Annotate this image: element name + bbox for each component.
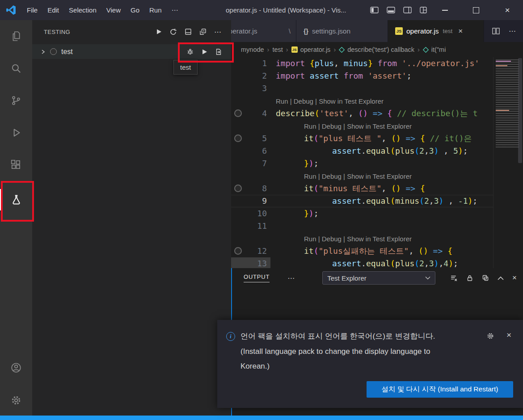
- line-number: 5: [239, 132, 267, 145]
- close-window-button[interactable]: ×: [492, 0, 523, 20]
- codelens-actions[interactable]: Run | Debug | Show in Test Explorer: [276, 97, 384, 105]
- menu-go[interactable]: Go: [126, 0, 144, 20]
- test-item-label: test: [61, 48, 73, 56]
- editor-scrollbar[interactable]: [518, 58, 522, 163]
- minimize-button[interactable]: [429, 0, 460, 20]
- menu-selection[interactable]: Selection: [64, 0, 101, 20]
- line-number: 13: [239, 257, 267, 268]
- code-line: 2import assert from 'assert';: [231, 70, 523, 82]
- run-all-tests-icon[interactable]: [156, 29, 162, 35]
- js-file-icon: JS: [291, 46, 298, 53]
- close-tab-icon[interactable]: ×: [458, 27, 463, 36]
- refresh-tests-icon[interactable]: [169, 28, 177, 36]
- codelens-actions[interactable]: Run | Debug | Show in Test Explorer: [304, 235, 412, 243]
- close-panel-icon[interactable]: ×: [512, 273, 517, 282]
- menu-edit[interactable]: Edit: [42, 0, 64, 20]
- search-icon[interactable]: [0, 58, 32, 79]
- line-number: 7: [239, 157, 267, 170]
- tab-mark: \: [289, 27, 291, 35]
- install-and-restart-button[interactable]: 설치 및 다시 시작 (Install and Restart): [367, 381, 513, 398]
- tab-settings-json[interactable]: {} settings.json: [296, 20, 388, 42]
- symbol-method-icon: [339, 47, 345, 53]
- notification-message-english-line2: Korean.): [240, 362, 270, 371]
- customize-layout-icon[interactable]: [420, 7, 427, 13]
- title-bar: File Edit Selection View Go Run ⋯ operat…: [0, 0, 523, 20]
- maximize-panel-icon[interactable]: [498, 276, 504, 280]
- code-line: 7});: [231, 157, 523, 170]
- sidebar-header: TESTING ⋯: [32, 20, 231, 43]
- status-bar[interactable]: [0, 416, 523, 420]
- notification-settings-gear-icon[interactable]: [486, 332, 494, 340]
- code-line: 3: [231, 82, 523, 95]
- code-line-text: assert.equal(plus(2,3) , 5);: [332, 145, 468, 157]
- tab-operator-js-partial[interactable]: operator.js \: [231, 20, 296, 42]
- js-file-icon: JS: [395, 27, 403, 35]
- open-output-in-editor-icon[interactable]: [482, 274, 489, 281]
- extensions-icon[interactable]: [0, 154, 32, 176]
- panel-tab-output[interactable]: OUTPUT: [244, 273, 270, 282]
- explorer-icon[interactable]: [0, 25, 32, 47]
- notification-message-korean: 언어 팩을 설치하여 표시 언어를 한국어(으)로 변경합니다.: [240, 331, 435, 341]
- line-number: 4: [239, 107, 267, 120]
- chevron-right-icon[interactable]: [40, 49, 46, 55]
- tab-label: operator.js: [406, 27, 439, 35]
- source-control-icon[interactable]: [0, 90, 32, 111]
- menu-more-icon[interactable]: ⋯: [167, 0, 183, 20]
- run-debug-icon[interactable]: [0, 122, 32, 143]
- breadcrumb-separator: ›: [267, 46, 270, 53]
- breadcrumb-operator-js[interactable]: JS operator.js: [291, 46, 331, 53]
- editor-group-actions: ⋯: [492, 20, 523, 42]
- breadcrumb-separator: ›: [286, 46, 288, 53]
- breadcrumb-test[interactable]: test: [272, 46, 283, 53]
- output-channel-select[interactable]: Test Explorer: [322, 271, 435, 285]
- json-file-icon: {}: [304, 28, 308, 35]
- breadcrumb-mynode[interactable]: mynode: [241, 46, 264, 53]
- maximize-button[interactable]: [460, 0, 492, 20]
- panel-more-tabs-icon[interactable]: ⋯: [287, 274, 295, 282]
- lock-autoscroll-icon[interactable]: [466, 274, 473, 282]
- accounts-icon[interactable]: [0, 357, 32, 378]
- collapse-all-icon[interactable]: [199, 28, 207, 35]
- settings-gear-icon[interactable]: [0, 390, 32, 411]
- codelens-actions[interactable]: Run | Debug | Show in Test Explorer: [304, 122, 412, 130]
- code-line: 12it("plus실패하는 테스트", () => {: [231, 245, 523, 257]
- show-test-output-icon[interactable]: [185, 28, 192, 35]
- code-line-text: it("plus 테스트 ", () => { // it()은: [304, 132, 477, 145]
- code-line: 6assert.equal(plus(2,3) , 5);: [231, 145, 523, 157]
- clear-output-icon[interactable]: [450, 274, 458, 282]
- test-status-icon: [50, 48, 57, 55]
- breadcrumb-it-callback[interactable]: it("mi: [423, 46, 446, 53]
- window-title: operator.js - Untitled (Workspace) - Vis…: [226, 0, 346, 20]
- codelens-actions[interactable]: Run | Debug | Show in Test Explorer: [304, 172, 412, 180]
- line-number: 12: [239, 245, 267, 257]
- breadcrumb-describe-callback[interactable]: describe('test') callback: [339, 46, 414, 53]
- more-actions-icon[interactable]: ⋯: [214, 28, 221, 36]
- panel-header: OUTPUT ⋯ Test Explorer ×: [232, 268, 523, 288]
- toggle-panel-icon[interactable]: [387, 7, 395, 13]
- menu-run[interactable]: Run: [144, 0, 167, 20]
- code-line-text: it("minus 테스트", () => {: [304, 182, 425, 195]
- codelens-row: Run | Debug | Show in Test Explorer: [231, 95, 523, 107]
- line-number: 10: [239, 207, 267, 220]
- editor-more-actions-icon[interactable]: ⋯: [509, 27, 516, 35]
- menu-file[interactable]: File: [22, 0, 42, 20]
- codelens-row: Run | Debug | Show in Test Explorer: [231, 170, 523, 182]
- code-editor[interactable]: 1import {plus, minus} from '../operator.…: [231, 57, 523, 268]
- code-line-text: assert.equal(plus(2,3),4);: [332, 257, 458, 268]
- menu-bar: File Edit Selection View Go Run ⋯: [22, 0, 183, 20]
- toggle-sidebar-icon[interactable]: [370, 7, 379, 13]
- split-editor-icon[interactable]: [492, 28, 500, 34]
- notification-toast: i 언어 팩을 설치하여 표시 언어를 한국어(으)로 변경합니다. × (In…: [217, 320, 523, 408]
- toggle-secondary-sidebar-icon[interactable]: [403, 7, 412, 13]
- breadcrumbs: mynode › test › JS operator.js › describ…: [231, 42, 523, 57]
- code-line: 9assert.equal(minus(2,3) , -1);: [231, 195, 523, 207]
- window-controls: ×: [429, 0, 523, 20]
- code-line-text: import {plus, minus} from '../operator.j…: [276, 57, 479, 70]
- tab-label: settings.json: [312, 27, 350, 35]
- code-line: 4describe('test', () => { // describe()는…: [231, 107, 523, 120]
- notification-close-icon[interactable]: ×: [506, 330, 511, 340]
- menu-view[interactable]: View: [101, 0, 126, 20]
- code-line: 13assert.equal(plus(2,3),4);: [231, 257, 523, 268]
- tab-operator-js-active[interactable]: JS operator.js test ×: [388, 20, 484, 42]
- testing-sidebar: TESTING ⋯ test: [32, 20, 231, 416]
